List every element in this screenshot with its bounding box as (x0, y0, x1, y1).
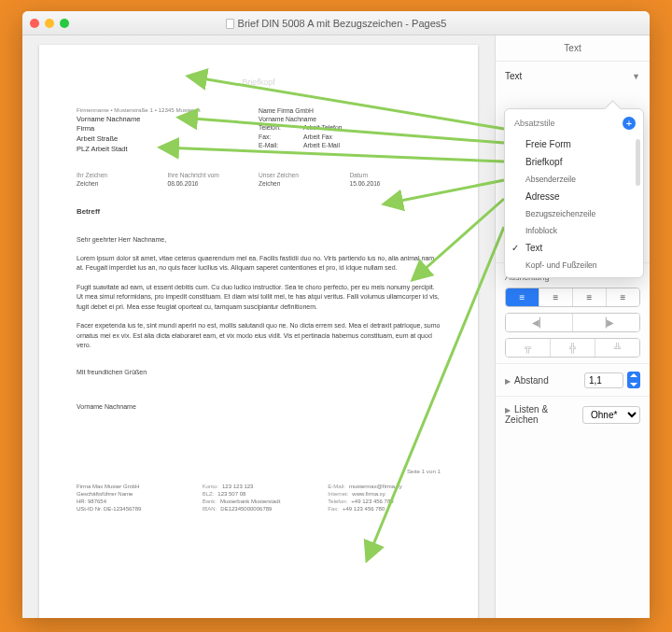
paragraph-styles-popover: Absatzstile + Freie FormBriefkopfAbsende… (504, 108, 644, 278)
popover-title: Absatzstile (514, 119, 555, 128)
chevron-down-icon: ▼ (632, 72, 640, 81)
align-justify-button[interactable]: ≡ (607, 288, 639, 306)
alignment-segmented: ≡ ≡ ≡ ≡ (505, 288, 640, 307)
indent-button[interactable]: ▕▶ (573, 314, 639, 331)
app-window: Brief DIN 5008 A mit Bezugszeichen - Pag… (22, 11, 650, 618)
style-item[interactable]: Freie Form (505, 135, 643, 153)
document-area[interactable]: Briefkopf Firmenname • Musterstraße 1 • … (22, 35, 495, 618)
app-body: Briefkopf Firmenname • Musterstraße 1 • … (22, 35, 650, 618)
indent-segmented: ◀▏ ▕▶ (505, 313, 640, 332)
align-right-button[interactable]: ≡ (573, 288, 607, 306)
paragraph: Fugit suavitate ad eam, ut essent debiti… (77, 283, 441, 313)
signature: Vorname Nachname (77, 402, 441, 411)
disclosure-triangle-icon: ▶ (505, 377, 511, 386)
greeting: Sehr geehrter Herr Nachname, (77, 235, 441, 244)
disclosure-triangle-icon: ▶ (505, 406, 511, 414)
popover-scrollbar[interactable] (636, 130, 640, 272)
paragraph: Facer expetenda ius te, sint mundi aperi… (77, 321, 441, 351)
briefkopf: Briefkopf (77, 77, 441, 88)
paragraph: Lorem ipsum dolor sit amet, vitae cetero… (77, 254, 441, 274)
window-title: Brief DIN 5008 A mit Bezugszeichen - Pag… (22, 18, 650, 29)
address-block: Vorname Nachname Firma Arbeit Straße PLZ… (77, 115, 259, 156)
add-style-button[interactable]: + (623, 117, 636, 130)
spacing-stepper[interactable] (627, 372, 640, 388)
style-item[interactable]: Adresse (505, 188, 643, 205)
align-left-button[interactable]: ≡ (506, 288, 539, 306)
reference-row: Ihr ZeichenZeichen Ihre Nachricht vom08.… (77, 172, 441, 189)
info-block: Name Firma GmbH Vorname Nachname Telefon… (259, 106, 441, 155)
valign-top-button[interactable]: ╦ (506, 339, 551, 357)
page: Briefkopf Firmenname • Musterstraße 1 • … (39, 45, 478, 618)
sender-line: Firmenname • Musterstraße 1 • 12345 Must… (77, 106, 259, 114)
style-item[interactable]: Kopf- und Fußzeilen (505, 257, 643, 274)
closing: Mit freundlichen Grüßen (77, 368, 441, 376)
document-icon (226, 19, 234, 29)
valign-middle-button[interactable]: ╬ (551, 339, 595, 357)
lists-row[interactable]: ▶Listen & Zeichen Ohne* (496, 396, 650, 432)
outdent-button[interactable]: ◀▏ (506, 314, 573, 331)
style-item[interactable]: Absenderzeile (505, 171, 643, 188)
align-center-button[interactable]: ≡ (539, 288, 573, 306)
valign-segmented: ╦ ╬ ╩ (505, 338, 640, 358)
style-item[interactable]: Infoblock (505, 222, 643, 239)
lists-select[interactable]: Ohne* (582, 406, 640, 424)
inspector-tab-text[interactable]: Text (496, 35, 650, 62)
footer: Firma Max Muster GmbH Geschäftsführer Na… (77, 483, 441, 513)
titlebar: Brief DIN 5008 A mit Bezugszeichen - Pag… (22, 11, 650, 35)
page-number: Seite 1 von 1 (77, 468, 441, 475)
style-item[interactable]: Briefkopf (505, 153, 643, 171)
paragraph-style-selector[interactable]: Text ▼ (505, 71, 640, 81)
subject: Betreff (77, 207, 441, 218)
valign-bottom-button[interactable]: ╩ (595, 339, 639, 357)
style-item[interactable]: Text (505, 239, 643, 257)
spacing-input[interactable] (584, 372, 623, 388)
spacing-row[interactable]: ▶Abstand (496, 363, 650, 396)
style-item[interactable]: Bezugszeichenzeile (505, 205, 643, 222)
